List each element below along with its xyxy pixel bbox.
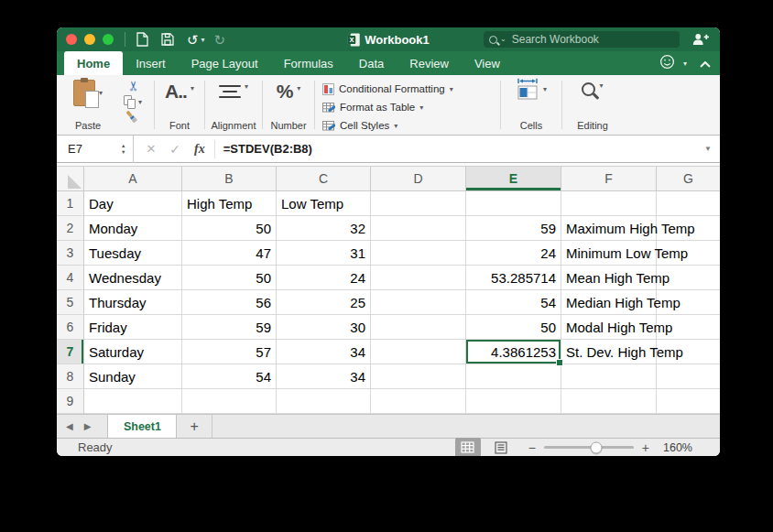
cell-g6[interactable] [657, 315, 720, 340]
cell-c2[interactable]: 32 [277, 216, 371, 241]
zoom-percentage[interactable]: 160% [663, 441, 692, 454]
confirm-entry-icon[interactable]: ✓ [169, 142, 180, 157]
row-header-3[interactable]: 3 [57, 241, 84, 266]
cell-f8[interactable] [561, 364, 657, 389]
cell-g3[interactable] [657, 241, 720, 266]
column-header-b[interactable]: B [182, 167, 277, 191]
save-button[interactable] [161, 33, 174, 46]
zoom-slider[interactable] [544, 446, 634, 449]
name-box-stepper[interactable]: ▲ ▼ [121, 143, 125, 154]
tab-page-layout[interactable]: Page Layout [179, 51, 271, 75]
conditional-formatting-dropdown-icon[interactable]: ▾ [450, 85, 453, 93]
formula-input[interactable]: =STDEV(B2:B8) [223, 142, 312, 156]
cell-f3[interactable]: Minimum Low Temp [561, 241, 657, 266]
cell-d3[interactable] [371, 241, 466, 266]
close-window-button[interactable] [66, 34, 77, 45]
copy-dropdown-icon[interactable]: ▾ [138, 98, 142, 106]
number-group-button[interactable]: % ▾ Number [263, 75, 314, 135]
editing-group-button[interactable]: ▾ Editing [562, 75, 623, 135]
search-workbook-field[interactable]: ⌄ Search Workbook [484, 31, 680, 48]
zoom-out-icon[interactable]: − [528, 440, 536, 455]
row-header-2[interactable]: 2 [57, 216, 84, 241]
cell-b2[interactable]: 50 [182, 216, 277, 241]
cell-g9[interactable] [657, 389, 720, 414]
cell-a6[interactable]: Friday [84, 315, 182, 340]
cell-b9[interactable] [182, 389, 277, 414]
tab-data[interactable]: Data [346, 51, 397, 75]
cell-e8[interactable] [466, 364, 561, 389]
row-header-6[interactable]: 6 [57, 315, 84, 340]
cell-b7[interactable]: 57 [182, 340, 277, 364]
sheet-tab-sheet1[interactable]: Sheet1 [107, 415, 177, 438]
cell-d7[interactable] [371, 340, 466, 364]
cell-g7[interactable] [657, 340, 720, 364]
font-group-button[interactable]: A.. ▾ Font [155, 75, 204, 135]
row-header-9[interactable]: 9 [57, 389, 84, 414]
cell-a2[interactable]: Monday [84, 216, 182, 241]
cells-group-button[interactable]: ▾ Cells [501, 75, 561, 135]
cell-a5[interactable]: Thursday [84, 290, 182, 315]
cell-f9[interactable] [561, 389, 657, 414]
minimize-window-button[interactable] [84, 34, 95, 45]
cell-a3[interactable]: Tuesday [84, 241, 182, 266]
format-painter-button[interactable] [125, 110, 141, 126]
cell-f2[interactable]: Maximum High Temp [561, 216, 657, 241]
search-scope-chevron-icon[interactable]: ⌄ [500, 35, 506, 43]
smiley-dropdown-icon[interactable]: ▾ [683, 60, 687, 68]
cell-b8[interactable]: 54 [182, 364, 277, 389]
cell-e2[interactable]: 59 [466, 216, 561, 241]
cell-a4[interactable]: Wednesday [84, 266, 182, 290]
cell-c8[interactable]: 34 [277, 364, 371, 389]
row-header-1[interactable]: 1 [57, 191, 84, 216]
tab-formulas[interactable]: Formulas [271, 51, 346, 75]
normal-view-button[interactable] [455, 438, 481, 456]
cell-c9[interactable] [277, 389, 371, 414]
cell-d4[interactable] [371, 266, 466, 290]
cell-g2[interactable] [657, 216, 720, 241]
row-header-8[interactable]: 8 [57, 364, 84, 389]
cell-d5[interactable] [371, 290, 466, 315]
font-dropdown-icon[interactable]: ▾ [191, 84, 194, 92]
cell-c3[interactable]: 31 [277, 241, 371, 266]
cell-b5[interactable]: 56 [182, 290, 277, 315]
format-as-table-dropdown-icon[interactable]: ▾ [419, 103, 423, 112]
zoom-slider-knob[interactable] [590, 441, 602, 453]
redo-button[interactable]: ↻ [214, 33, 226, 47]
cell-g4[interactable] [657, 266, 720, 290]
cell-f5[interactable]: Median High Temp [561, 290, 657, 315]
cell-b3[interactable]: 47 [182, 241, 277, 266]
cell-styles-button[interactable]: Cell Styles ▾ [322, 116, 397, 135]
add-sheet-icon[interactable]: + [190, 418, 198, 435]
expand-formula-bar-icon[interactable]: ▼ [704, 145, 712, 153]
cell-b1[interactable]: High Temp [182, 191, 277, 216]
format-as-table-button[interactable]: Format as Table ▾ [322, 98, 423, 116]
number-dropdown-icon[interactable]: ▾ [297, 84, 300, 92]
alignment-group-button[interactable]: ▾ Alignment [205, 75, 262, 135]
row-header-7[interactable]: 7 [57, 340, 84, 364]
column-header-a[interactable]: A [84, 167, 182, 191]
editing-dropdown-icon[interactable]: ▾ [599, 81, 603, 90]
cell-e1[interactable] [466, 191, 561, 216]
select-all-corner[interactable] [57, 167, 84, 191]
name-box[interactable]: E7 [57, 142, 121, 156]
collapse-ribbon-button[interactable] [700, 55, 711, 71]
feedback-smiley-button[interactable] [659, 54, 675, 73]
row-header-5[interactable]: 5 [57, 290, 84, 315]
cell-e9[interactable] [466, 389, 561, 414]
tab-insert[interactable]: Insert [123, 51, 179, 75]
paste-button[interactable]: ▾ Paste [64, 75, 112, 135]
tab-view[interactable]: View [462, 51, 513, 75]
undo-button[interactable]: ↺ ▾ [187, 33, 205, 47]
cut-button[interactable]: ✂ [127, 77, 139, 93]
cell-b6[interactable]: 59 [182, 315, 277, 340]
copy-button[interactable]: ▾ [124, 93, 142, 110]
cell-c6[interactable]: 30 [277, 315, 371, 340]
cell-f1[interactable] [561, 191, 657, 216]
row-header-4[interactable]: 4 [57, 266, 84, 290]
cell-d1[interactable] [371, 191, 466, 216]
cell-d6[interactable] [371, 315, 466, 340]
cell-d2[interactable] [371, 216, 466, 241]
cell-g8[interactable] [657, 364, 720, 389]
cells-dropdown-icon[interactable]: ▾ [543, 85, 547, 93]
paste-dropdown-icon[interactable]: ▾ [99, 89, 103, 97]
